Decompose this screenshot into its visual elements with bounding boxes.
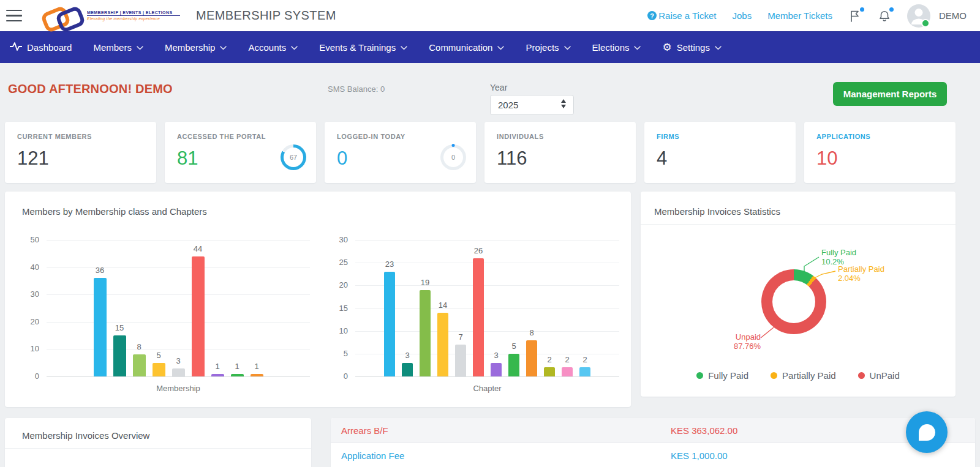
invoice-row-arrears-b-f[interactable]: Arrears B/FKES 363,062.00 [331,418,975,443]
raise-ticket-link[interactable]: ?Raise a Ticket [647,10,716,21]
nav-item-settings[interactable]: ⚙Settings [662,42,721,53]
bar-value-label: 1 [235,362,239,371]
legend-label: Fully Paid [708,370,748,381]
bar-value-label: 1 [254,362,258,371]
flag-icon[interactable] [848,9,862,23]
y-axis-tick-label: 30 [320,235,348,244]
invoices-statistics-title: Membership Invoices Statistics [654,206,780,217]
nav-item-label: Members [93,42,132,53]
bar: 2 [562,367,573,376]
bar-fill [491,363,502,376]
stat-progress-ring: 0 [440,144,466,170]
callout-label: Fully Paid [821,248,856,258]
invoice-row-label: Arrears B/F [331,425,388,436]
bar-fill [192,256,205,376]
y-axis-tick-label: 20 [11,317,39,326]
stat-value: 116 [497,148,624,170]
invoice-row-value: KES 1,000.00 [671,450,728,461]
legend-item-fully-paid[interactable]: Fully Paid [696,370,748,381]
nav-item-label: Elections [592,42,630,53]
legend-item-unpaid[interactable]: UnPaid [858,370,900,381]
member-tickets-link[interactable]: Member Tickets [767,10,832,21]
nav-item-accounts[interactable]: Accounts [248,42,298,53]
x-axis-title: Chapter [355,384,619,393]
bar-fill [437,313,448,376]
legend-label: Partially Paid [782,370,836,381]
x-axis-title: Membership [47,384,310,393]
bar-value-label: 5 [511,342,516,351]
legend-dot [771,372,777,379]
year-select[interactable]: 2025 [490,95,574,115]
online-status-dot [921,19,930,28]
legend-dot [696,372,703,379]
stat-card-firms: FIRMS4 [644,122,796,183]
management-reports-button[interactable]: Management Reports [833,82,947,106]
invoice-row-application-fee[interactable]: Application FeeKES 1,000.00 [331,443,975,467]
year-label: Year [490,83,507,92]
y-axis-tick-label: 40 [11,263,39,272]
stat-card-individuals: INDIVIDUALS116 [484,122,636,183]
year-select-value: 2025 [498,100,518,110]
bar-fill [579,367,590,376]
legend-label: UnPaid [870,370,900,381]
donut-legend: Fully PaidPartially PaidUnPaid [641,370,956,381]
invoices-overview-card: Membership Invoices Overview [5,418,311,467]
header-actions: ?Raise a Ticket Jobs Member Tickets DEMO [647,4,980,28]
jobs-link[interactable]: Jobs [732,10,752,21]
nav-item-dashboard[interactable]: Dashboard [10,42,72,53]
chevron-down-icon [497,46,504,50]
bar-fill [526,340,537,376]
nav-item-membership[interactable]: Membership [165,42,227,53]
bar-value-label: 5 [156,351,160,360]
nav-item-events-trainings[interactable]: Events & Trainings [319,42,407,53]
activity-icon [10,42,22,53]
stat-card-accessed-the-portal: ACCESSED THE PORTAL8167 [165,122,316,183]
nav-item-members[interactable]: Members [93,42,143,53]
legend-item-partially-paid[interactable]: Partially Paid [771,370,836,381]
bar-fill [544,367,555,376]
bar-value-label: 1 [215,362,219,371]
bar-fill [231,374,244,376]
bell-icon[interactable] [878,9,891,23]
membership-bar-chart: 01020304050361585344111Membership [11,240,314,399]
bar-fill [251,374,263,376]
nav-item-label: Settings [677,42,710,53]
bar: 1 [251,374,263,376]
chat-launcher-button[interactable] [906,411,948,453]
bar-fill [94,278,107,376]
bar-value-label: 44 [194,244,202,253]
sms-balance: SMS Balance: 0 [328,84,385,94]
bar-value-label: 3 [494,351,498,360]
bar: 2 [544,367,555,376]
bar: 8 [133,354,146,376]
bar-value-label: 2 [565,355,569,364]
bar: 3 [402,363,413,376]
bar-value-label: 7 [458,332,462,342]
y-axis-tick-label: 50 [11,235,39,244]
nav-item-projects[interactable]: Projects [526,42,570,53]
greeting-title: GOOD AFTERNOON! DEMO [8,82,173,96]
nav-item-label: Membership [165,42,216,53]
bar-fill [153,363,165,376]
y-axis-tick-label: 5 [320,349,348,358]
nav-item-elections[interactable]: Elections [592,42,641,53]
bar: 5 [153,363,165,376]
callout-partially-paid: Partially Paid2.04% [838,265,884,283]
bar-value-label: 3 [405,351,409,360]
invoices-overview-title: Membership Invoices Overview [22,430,149,441]
y-axis-tick-label: 0 [11,372,39,381]
y-axis-tick-label: 25 [320,258,348,267]
dashboard-page: MEMBERSHIP | EVENTS | ELECTIONS Elevatin… [0,0,980,467]
hamburger-menu-icon[interactable] [6,9,22,23]
user-avatar[interactable] [907,4,930,28]
bar: 7 [455,345,466,376]
nav-item-communication[interactable]: Communication [429,42,504,53]
user-name[interactable]: DEMO [939,10,967,21]
main-nav: DashboardMembersMembershipAccountsEvents… [0,31,980,63]
y-axis-tick-label: 30 [11,290,39,299]
invoice-summary-table: Arrears B/FKES 363,062.00Application Fee… [331,418,975,467]
logo-tagline-bottom: Elevating the membership experience [87,15,180,21]
bar: 23 [384,272,395,376]
nav-item-label: Dashboard [27,42,72,53]
bar: 1 [231,374,244,376]
